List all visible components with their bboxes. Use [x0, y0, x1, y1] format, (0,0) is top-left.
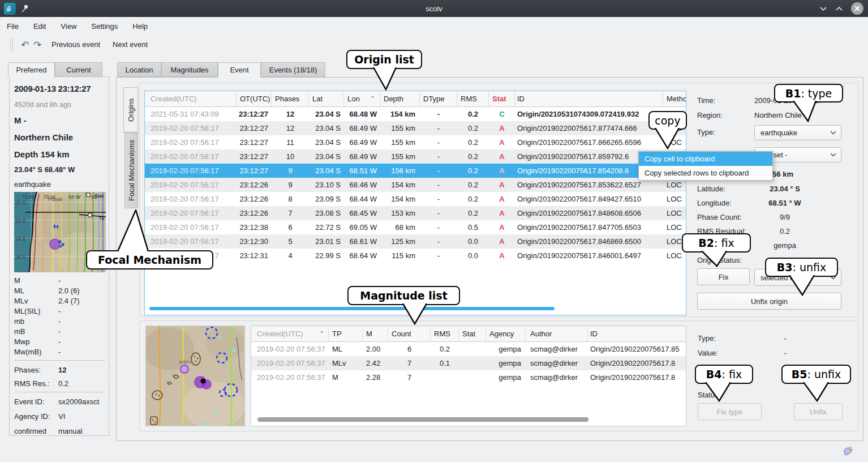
- map-label-72w: 72 W: [22, 194, 35, 200]
- origin-row-selected[interactable]: 2019-02-20 07:56:1723:12:27923.04 S68.51…: [145, 164, 686, 178]
- chevron-down-icon: [830, 153, 836, 157]
- menu-item-copy-cell[interactable]: Copy cell to clipboard: [639, 152, 772, 166]
- tab-events[interactable]: Events (18/18): [261, 62, 325, 77]
- magnitude-row[interactable]: 2019-02-20 07:56:37ML2.0060.2gempascmag@…: [251, 342, 686, 356]
- unfix-button[interactable]: Unfix: [794, 403, 843, 420]
- origin-table-header[interactable]: Created(UTC) ⌃ OT(UTC) Phases Lat Lon De…: [145, 91, 686, 107]
- phases-value: 12: [58, 366, 66, 374]
- menu-file[interactable]: File: [7, 22, 19, 31]
- menu-help[interactable]: Help: [132, 22, 148, 31]
- fix-button[interactable]: Fix: [697, 268, 750, 285]
- magnitude-table-hscrollbar[interactable]: [257, 417, 588, 422]
- col-rms[interactable]: RMS: [431, 326, 459, 341]
- tab-current[interactable]: Current: [55, 62, 102, 77]
- col-ot[interactable]: OT(UTC): [237, 91, 272, 106]
- menu-settings[interactable]: Settings: [91, 22, 118, 31]
- col-method[interactable]: Method: [663, 91, 682, 106]
- col-stat[interactable]: Stat: [459, 326, 486, 341]
- tab-location[interactable]: Location: [117, 62, 161, 77]
- tab-preferred[interactable]: Preferred: [8, 62, 55, 78]
- chevron-down-icon: [830, 131, 836, 135]
- origin-row[interactable]: 2019-02-20 07:56:1723:12:38622.72 S69.05…: [145, 220, 686, 234]
- col-lon[interactable]: Lon: [344, 91, 380, 106]
- agency-value: gempa: [754, 241, 841, 250]
- magnitude-list-table: Created(UTC) ⌃ TP M Count RMS Stat Agenc…: [251, 326, 686, 426]
- minimize-icon[interactable]: [819, 5, 827, 12]
- col-author[interactable]: Author: [526, 326, 588, 341]
- fix-type-button[interactable]: Fix type: [698, 403, 762, 420]
- maximize-icon[interactable]: [835, 5, 843, 12]
- next-event-button[interactable]: Next event: [113, 40, 148, 49]
- callout-focal-mechanism: Focal Mechanism: [86, 250, 213, 270]
- mag-label: M: [14, 276, 58, 285]
- event-age: 4520d and 8h ago: [14, 101, 105, 109]
- col-created[interactable]: Created(UTC): [251, 326, 329, 341]
- tab-focal-mechanisms[interactable]: Focal Mechanisms: [124, 132, 138, 208]
- event-coordinates: 23.04° S 68.48° W: [14, 165, 105, 174]
- cell-lat: 23.04 S: [309, 110, 344, 118]
- tab-magnitudes[interactable]: Magnitudes: [161, 62, 218, 77]
- phase-count-label: Phase Count:: [697, 213, 754, 221]
- col-m[interactable]: M: [363, 326, 388, 341]
- col-rms[interactable]: RMS: [457, 91, 489, 106]
- col-id[interactable]: ID: [588, 326, 686, 341]
- col-stat[interactable]: Stat: [489, 91, 515, 106]
- origin-row[interactable]: 2019-02-20 07:56:1723:12:26823.09 S68.44…: [145, 192, 686, 206]
- svg-text:Ta: Ta: [99, 216, 105, 221]
- col-dtype[interactable]: DType: [420, 91, 457, 106]
- callout-magnitude-list-pointer: [401, 303, 430, 325]
- col-lat[interactable]: Lat: [309, 91, 344, 106]
- menu-item-copy-rows[interactable]: Copy selected rows to clipboard: [639, 166, 772, 180]
- event-type-combobox[interactable]: earthquake: [754, 125, 841, 140]
- svg-text:68 W: 68 W: [68, 194, 81, 200]
- callout-b2-fix: B2: fix: [682, 233, 751, 253]
- scolv-window: scolv File Edit View Settings Help ↶ ↷ P…: [0, 0, 868, 462]
- magnitude-table-header[interactable]: Created(UTC) ⌃ TP M Count RMS Stat Agenc…: [251, 326, 686, 342]
- previous-event-button[interactable]: Previous event: [51, 40, 100, 49]
- col-agency[interactable]: Agency: [486, 326, 526, 341]
- origin-row[interactable]: 2019-02-20 07:56:1723:12:271023.04 S68.4…: [145, 149, 686, 164]
- origin-row[interactable]: 2019-02-20 07:56:1723:12:26923.10 S68.46…: [145, 178, 686, 192]
- menu-bar: File Edit View Settings Help: [0, 17, 868, 35]
- cell-stat: C: [489, 110, 515, 118]
- col-depth[interactable]: Depth: [380, 91, 420, 106]
- svg-text:26 S: 26 S: [15, 254, 26, 260]
- cell-depth: 154 km: [380, 110, 420, 118]
- callout-b1-pointer: [791, 101, 817, 122]
- col-tp[interactable]: TP: [329, 326, 363, 341]
- col-count[interactable]: Count: [388, 326, 431, 341]
- previous-event-icon[interactable]: ↶: [19, 39, 31, 50]
- origin-row[interactable]: 2019-02-20 07:56:1723:12:271123.04 S68.4…: [145, 135, 686, 149]
- toolbar-handle[interactable]: [10, 38, 13, 52]
- type-label: Type:: [697, 128, 754, 136]
- tab-event[interactable]: Event: [218, 62, 261, 78]
- next-event-icon[interactable]: ↷: [31, 39, 44, 50]
- region-label: Region:: [697, 111, 754, 119]
- unfix-origin-button[interactable]: Unfix origin: [697, 293, 841, 310]
- longitude-label: Longitude:: [697, 199, 754, 207]
- svg-text:24 S: 24 S: [15, 236, 26, 242]
- origin-row[interactable]: 2019-02-20 07:56:1723:12:26723.08 S68.45…: [145, 206, 686, 220]
- origin-table-hscrollbar[interactable]: [149, 307, 555, 310]
- origin-row[interactable]: 2019-02-20 07:56:1723:12:30523.01 S68.61…: [145, 234, 686, 249]
- menu-view[interactable]: View: [61, 22, 76, 31]
- origin-row[interactable]: 2021-05-31 07:43:0923:12:271223.04 S68.4…: [145, 107, 686, 121]
- col-phases[interactable]: Phases: [272, 91, 309, 106]
- title-bar: scolv: [0, 0, 868, 17]
- col-id[interactable]: ID: [515, 91, 663, 106]
- close-icon[interactable]: [851, 2, 863, 15]
- origin-row[interactable]: 2019-02-20 07:56:1723:12:31422.99 S68.64…: [145, 249, 686, 263]
- agency-id-label: Agency ID:: [14, 412, 58, 421]
- callout-copy: copy: [648, 111, 687, 130]
- window-title: scolv: [0, 5, 868, 13]
- magnitude-row[interactable]: 2019-02-20 07:56:37M2.287gempascmag@dirk…: [251, 370, 686, 384]
- mag-value-label: Value:: [698, 349, 755, 357]
- menu-edit[interactable]: Edit: [33, 22, 46, 31]
- col-created[interactable]: Created(UTC): [145, 91, 237, 106]
- mag-type-value: -: [755, 334, 842, 343]
- magnitude-row[interactable]: 2019-02-20 07:56:37MLv2.4270.1gempascmag…: [251, 356, 686, 370]
- magnitude-map[interactable]: alama: [145, 326, 245, 426]
- event-magnitude: M -: [14, 116, 105, 125]
- tab-origins[interactable]: Origins: [123, 87, 138, 132]
- origin-row[interactable]: 2019-02-20 07:56:1723:12:271223.04 S68.4…: [145, 121, 686, 135]
